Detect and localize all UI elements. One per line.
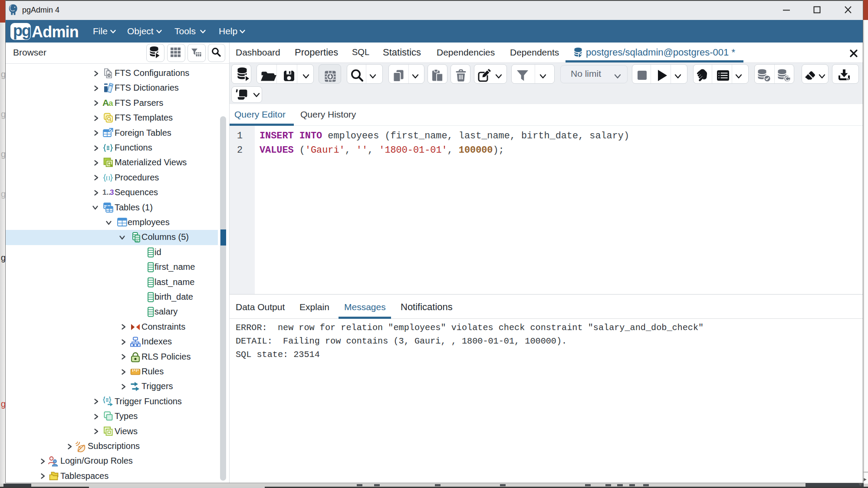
svg-text:A: A — [102, 98, 109, 108]
svg-text:3: 3 — [110, 188, 114, 197]
svg-text:a: a — [108, 98, 113, 108]
